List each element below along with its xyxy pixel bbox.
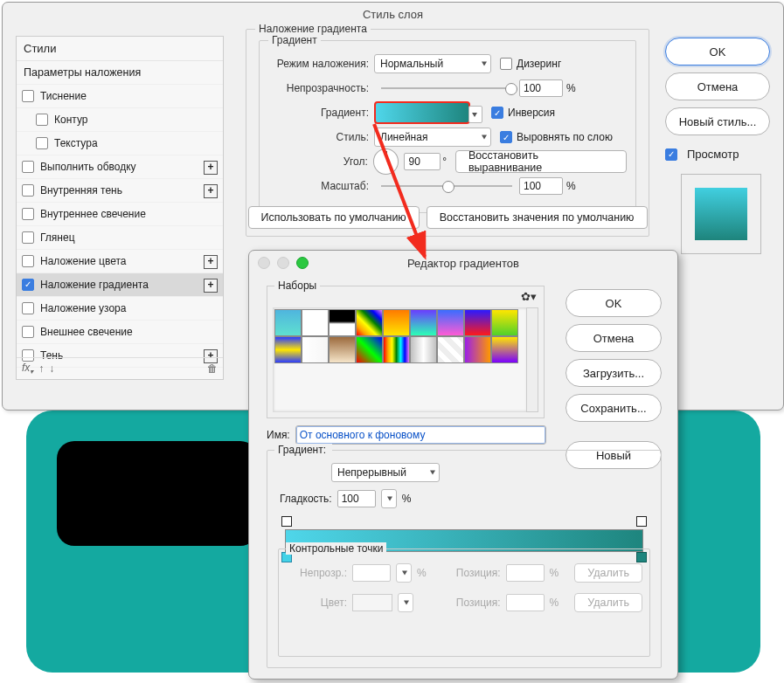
style-row-label: Контур	[54, 114, 87, 126]
opacity-input[interactable]: 100	[519, 79, 563, 97]
reset-default-button[interactable]: Восстановить значения по умолчанию	[427, 206, 648, 229]
reverse-checkbox[interactable]: ✓	[491, 107, 503, 119]
cp-opacity-dd	[396, 563, 412, 583]
preset-swatch[interactable]	[437, 309, 464, 336]
opacity-unit: %	[566, 82, 576, 94]
preset-swatch[interactable]	[274, 309, 302, 336]
style-row-label: Тиснение	[40, 90, 87, 102]
preset-swatch[interactable]	[302, 336, 329, 363]
arrow-down-icon[interactable]: ↓	[49, 362, 54, 375]
preview-checkbox[interactable]: ✓	[665, 148, 677, 161]
preset-swatch[interactable]	[437, 336, 464, 363]
preset-swatch[interactable]	[410, 309, 437, 336]
preset-swatch[interactable]	[464, 336, 491, 363]
style-row-checkbox[interactable]	[22, 302, 34, 314]
preset-swatch[interactable]	[464, 309, 491, 336]
make-default-button[interactable]: Использовать по умолчанию	[248, 206, 420, 229]
new-style-button[interactable]: Новый стиль...	[665, 107, 770, 135]
preset-swatch[interactable]	[491, 309, 518, 336]
style-row-checkbox[interactable]	[36, 137, 48, 149]
style-row-внутреннее-свечение[interactable]: Внутреннее свечение	[17, 203, 223, 226]
reset-alignment-button[interactable]: Восстановить выравнивание	[455, 150, 627, 173]
ok-button[interactable]: OK	[665, 38, 770, 66]
cancel-button[interactable]: Отмена	[665, 72, 770, 100]
angle-input[interactable]: 90	[404, 153, 441, 170]
cp-pos1-label: Позиция:	[456, 567, 501, 579]
opacity-stop-left[interactable]	[281, 516, 292, 527]
fx-menu-icon[interactable]: fx▾	[22, 362, 33, 376]
arrow-up-icon[interactable]: ↑	[38, 362, 44, 375]
preset-swatch[interactable]	[356, 336, 383, 363]
gradient-style-select[interactable]: Линейная	[374, 128, 491, 147]
style-row-наложение-цвета[interactable]: Наложение цвета+	[17, 250, 223, 273]
scale-input[interactable]: 100	[519, 177, 563, 195]
align-checkbox[interactable]: ✓	[500, 131, 512, 143]
style-row-наложение-градиента[interactable]: ✓Наложение градиента+	[17, 273, 223, 297]
ge-cancel-button[interactable]: Отмена	[565, 324, 662, 352]
preset-swatch[interactable]	[356, 309, 383, 336]
gradient-type-select[interactable]: Непрерывный	[331, 463, 440, 482]
style-row-checkbox[interactable]	[22, 231, 34, 244]
opacity-stop-right[interactable]	[636, 516, 647, 527]
scale-slider[interactable]	[381, 185, 512, 187]
preset-swatch[interactable]	[329, 336, 356, 363]
align-label: Выровнять по слою	[517, 131, 613, 143]
gradient-editor-window: Редактор градиентов Наборы ✿▾ OK Отмена …	[248, 250, 678, 680]
style-row-текстура[interactable]: Текстура	[17, 132, 223, 155]
gradient-type-label: Градиент:	[278, 444, 326, 456]
smooth-input[interactable]: 100	[337, 490, 376, 507]
plus-icon[interactable]: +	[204, 184, 218, 198]
preset-swatch[interactable]	[383, 309, 410, 336]
style-row-контур[interactable]: Контур	[17, 108, 223, 132]
preset-swatch[interactable]	[491, 336, 518, 363]
plus-icon[interactable]: +	[204, 161, 218, 175]
style-row-label: Внутреннее свечение	[40, 208, 146, 220]
style-row-тиснение[interactable]: Тиснение	[17, 85, 223, 108]
preset-swatch[interactable]	[274, 336, 302, 363]
plus-icon[interactable]: +	[204, 279, 218, 293]
style-row-checkbox[interactable]	[36, 114, 48, 126]
smooth-label: Гладкость:	[280, 493, 332, 505]
style-row-глянец[interactable]: Глянец	[17, 226, 223, 250]
preset-swatch[interactable]	[410, 336, 437, 363]
angle-dial[interactable]	[373, 148, 399, 175]
opacity-slider[interactable]	[381, 87, 512, 89]
plus-icon[interactable]: +	[204, 255, 218, 269]
preset-swatch[interactable]	[302, 309, 329, 336]
scrollbar[interactable]	[526, 307, 538, 412]
gradient-editor-title: Редактор градиентов	[249, 257, 677, 270]
blending-options-link[interactable]: Параметры наложения	[17, 61, 223, 85]
gradient-group: Градиент: Градиент: Непрерывный Гладкост…	[267, 450, 662, 668]
ge-load-button[interactable]: Загрузить...	[565, 359, 662, 387]
style-row-внутренняя-тень[interactable]: Внутренняя тень+	[17, 179, 223, 203]
style-row-checkbox[interactable]: ✓	[22, 279, 34, 291]
style-row-checkbox[interactable]	[22, 326, 34, 338]
blend-mode-select[interactable]: Нормальный	[374, 54, 491, 73]
style-row-внешнее-свечение[interactable]: Внешнее свечение	[17, 321, 223, 344]
style-row-наложение-узора[interactable]: Наложение узора	[17, 297, 223, 321]
gradient-name-input[interactable]: От основного к фоновому	[295, 425, 546, 445]
style-row-выполнить-обводку[interactable]: Выполнить обводку+	[17, 155, 223, 179]
ge-ok-button[interactable]: OK	[565, 289, 662, 317]
style-row-checkbox[interactable]	[22, 90, 34, 102]
style-row-checkbox[interactable]	[22, 255, 34, 267]
preset-swatch[interactable]	[383, 336, 410, 363]
gear-icon[interactable]: ✿▾	[521, 290, 537, 303]
scale-label: Масштаб:	[268, 180, 374, 192]
ge-save-button[interactable]: Сохранить...	[565, 394, 662, 422]
cp-pos2-label: Позиция:	[456, 597, 501, 609]
smooth-dropdown-icon[interactable]	[381, 489, 397, 508]
reverse-label: Инверсия	[508, 107, 555, 119]
style-row-checkbox[interactable]	[22, 184, 34, 197]
trash-icon[interactable]: 🗑	[207, 362, 218, 375]
presets-label: Наборы	[274, 279, 320, 292]
cp-opacity-input	[352, 564, 391, 582]
dither-checkbox[interactable]	[500, 58, 512, 70]
gradient-swatch-button[interactable]	[374, 101, 470, 124]
preset-swatch[interactable]	[329, 309, 356, 336]
cp-color-swatch	[352, 594, 392, 611]
gradient-dropdown-icon[interactable]	[468, 106, 482, 123]
style-row-checkbox[interactable]	[22, 208, 34, 220]
presets-group: Наборы ✿▾	[267, 286, 545, 418]
style-row-checkbox[interactable]	[22, 161, 34, 173]
